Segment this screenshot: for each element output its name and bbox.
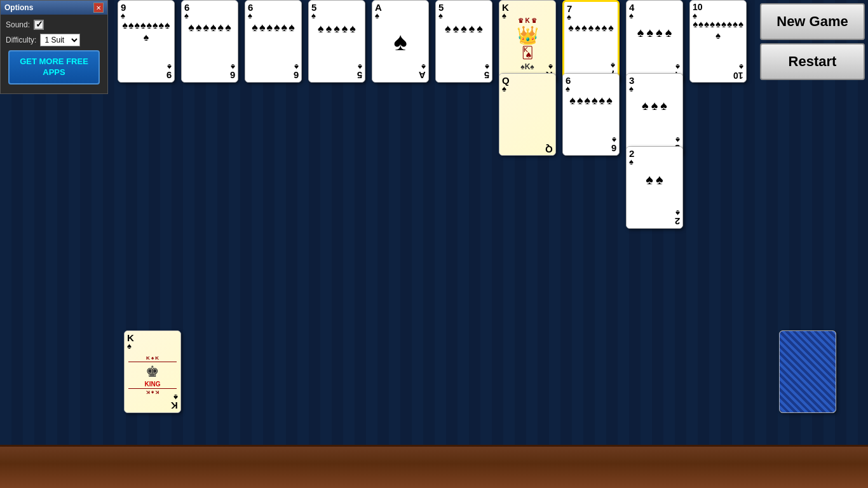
card-queen-spades[interactable]: Q ♠ Q [499,73,556,156]
right-buttons: New Game Restart [757,0,868,83]
card-3-spades[interactable]: 3 ♠ 3 ♠ ♠ ♠ ♠ [626,73,683,156]
card-5-spades-col6[interactable]: 5 ♠ 5 ♠ ♠♠ ♠ ♠♠ [435,0,492,83]
card-9-spades[interactable]: 9 ♠ 9 ♠ ♠♠♠ ♠♠♠ ♠♠♠ [118,0,175,83]
floating-king-card[interactable]: K ♠ K ♠ K ♠ K ♚ KING K ♠ K [124,330,181,413]
new-game-button[interactable]: New Game [760,3,865,40]
options-body: Sound: Difficulty: 1 Suit 2 Suits 4 Suit… [1,15,107,93]
stock-pile[interactable] [779,330,836,413]
restart-button[interactable]: Restart [760,43,865,80]
card-5-spades[interactable]: 5 ♠ 5 ♠ ♠♠ ♠ ♠♠ [308,0,365,83]
sound-checkbox[interactable] [34,20,44,30]
sound-label: Sound: [6,20,30,29]
options-title-bar: Options ✕ [1,1,107,15]
card-2-spades[interactable]: 2 ♠ 2 ♠ ♠ ♠ [626,146,683,229]
difficulty-label: Difficulty: [6,36,36,44]
card-king-spades-col7[interactable]: K ♠ K ♠ ♛ K ♛ 👑 🂮 ♠K♠ [499,0,556,83]
options-panel: Options ✕ Sound: Difficulty: 1 Suit 2 Su… [0,0,108,94]
options-title: Options [4,3,33,12]
card-7-spades[interactable]: 7 ♠ 7 ♠ ♠♠ ♠♠ ♠♠ ♠ [562,0,620,83]
card-6-spades-stacked[interactable]: 6 ♠ 6 ♠ ♠♠ ♠♠ ♠♠ [562,73,620,156]
card-6-spades-col3[interactable]: 6 ♠ 6 ♠ ♠♠ ♠♠ ♠♠ [245,0,302,83]
difficulty-row: Difficulty: 1 Suit 2 Suits 4 Suits [6,34,102,46]
columns-area: 9 ♠ 9 ♠ ♠♠♠ ♠♠♠ ♠♠♠ 6 ♠ 6 ♠ ♠♠ ♠♠ [118,0,759,445]
card-10-spades[interactable]: 10 ♠ 10 ♠ ♠♠♠♠ ♠♠ ♠♠♠♠ [689,0,747,83]
card-4-spades[interactable]: 4 ♠ 4 ♠ ♠♠ ♠♠ [626,0,683,83]
card-ace-spades[interactable]: A ♠ A ♠ ♠ [372,0,429,83]
get-more-apps-button[interactable]: GET MORE FREE APPS [8,50,100,85]
floor [0,445,868,488]
sound-row: Sound: [6,20,102,30]
difficulty-select[interactable]: 1 Suit 2 Suits 4 Suits [40,34,80,46]
close-button[interactable]: ✕ [93,3,104,13]
card-6-spades-col2[interactable]: 6 ♠ 6 ♠ ♠♠ ♠♠ ♠♠ [181,0,238,83]
